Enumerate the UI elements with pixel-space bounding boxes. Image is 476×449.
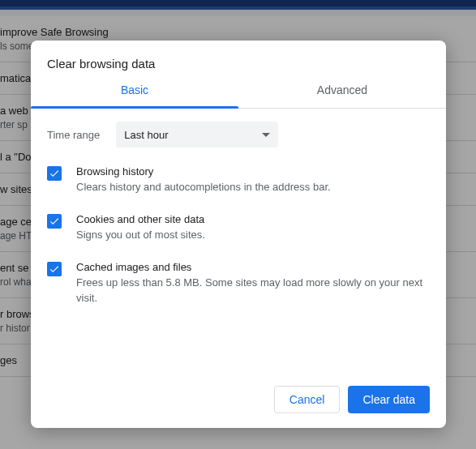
option-browsing-history: Browsing history Clears history and auto… xyxy=(47,165,430,195)
check-icon xyxy=(49,216,60,227)
time-range-select[interactable]: Last hour xyxy=(116,122,278,148)
option-title: Browsing history xyxy=(76,165,331,177)
option-desc: Frees up less than 5.8 MB. Some sites ma… xyxy=(76,276,430,306)
checkbox-cookies[interactable] xyxy=(47,214,62,229)
clear-browsing-data-dialog: Clear browsing data Basic Advanced Time … xyxy=(31,41,446,428)
time-range-value: Last hour xyxy=(124,129,168,141)
dialog-title: Clear browsing data xyxy=(31,41,446,83)
dialog-tabs: Basic Advanced xyxy=(31,83,446,109)
option-cached: Cached images and files Frees up less th… xyxy=(47,261,430,306)
check-icon xyxy=(49,263,60,275)
clear-data-button[interactable]: Clear data xyxy=(348,386,430,413)
checkbox-cached[interactable] xyxy=(47,262,62,276)
option-title: Cookies and other site data xyxy=(76,213,205,225)
option-desc: Signs you out of most sites. xyxy=(76,228,205,243)
checkbox-browsing-history[interactable] xyxy=(47,166,62,181)
check-icon xyxy=(49,168,60,179)
option-cookies: Cookies and other site data Signs you ou… xyxy=(47,213,430,243)
cancel-button[interactable]: Cancel xyxy=(274,386,341,413)
option-desc: Clears history and autocompletions in th… xyxy=(76,180,331,195)
chevron-down-icon xyxy=(262,133,270,137)
tab-basic[interactable]: Basic xyxy=(31,83,238,108)
tab-advanced[interactable]: Advanced xyxy=(238,83,446,108)
option-title: Cached images and files xyxy=(76,261,430,273)
time-range-label: Time range xyxy=(47,129,100,141)
